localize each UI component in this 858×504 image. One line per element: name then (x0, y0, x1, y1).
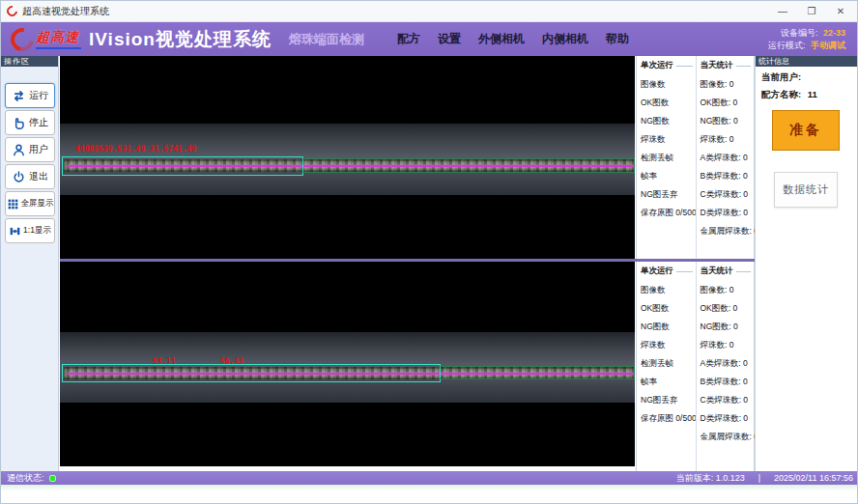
today-stats-title: 当天统计 (701, 60, 755, 71)
today-stat: A类焊珠数: 0 (701, 354, 755, 373)
menu-outer-camera[interactable]: 外侧相机 (478, 31, 525, 47)
today-stat: OK图数: 0 (701, 299, 755, 318)
main-menu: 配方 设置 外侧相机 内侧相机 帮助 (397, 31, 629, 47)
camera1-contour-outline (301, 158, 635, 173)
today-stat: B类焊珠数: 0 (701, 373, 755, 391)
single-run-column: 单次运行 图像数OK图数NG图数焊珠数检测丢帧帧率NG图丢弃保存原图 0/500 (637, 262, 696, 471)
camera2-measurement-text-2: 56.43 (220, 357, 243, 366)
brand-name: 超高速 (36, 29, 81, 49)
stats-section-outer: 单次运行 图像数OK图数NG图数焊珠数检测丢帧帧率NG图丢弃保存原图 0/500… (636, 56, 755, 259)
today-stat: 图像数: 0 (701, 281, 755, 299)
fullscreen-button-label: 全屏显示 (21, 198, 54, 210)
power-icon (12, 170, 26, 184)
app-header: 超高速 IVision视觉处理系统 熔珠端面检测 配方 设置 外侧相机 内侧相机… (1, 22, 858, 56)
brand-logo: 超高速 (11, 28, 81, 51)
single-run-stat: NG图数 (641, 318, 696, 336)
single-run-stat: 图像数 (641, 75, 696, 94)
minimize-icon[interactable]: — (770, 4, 795, 19)
comm-status-label: 通信状态: (7, 472, 44, 485)
version-value: 1.0.123 (716, 473, 745, 483)
menu-settings[interactable]: 设置 (438, 31, 461, 47)
brand-swoosh-icon (6, 23, 38, 55)
stats-section-inner: 单次运行 图像数OK图数NG图数焊珠数检测丢帧帧率NG图丢弃保存原图 0/500… (636, 262, 755, 471)
today-stat: 金属屑焊珠数: 0 (701, 222, 755, 240)
today-stats-column: 当天统计 图像数: 0OK图数: 0NG图数: 0焊珠数: 0A类焊珠数: 0B… (696, 262, 755, 471)
single-run-stat: 检测丢帧 (641, 354, 696, 373)
hand-stop-icon (12, 116, 26, 130)
close-icon[interactable]: ✕ (828, 4, 853, 19)
camera-view-inner[interactable]: 53.11 56.43 (60, 262, 635, 466)
today-stat: 金属屑焊珠数: 0 (701, 428, 755, 446)
single-run-stat: 焊珠数 (641, 336, 696, 354)
app-logo-icon (5, 4, 19, 18)
today-stats-column: 当天统计 图像数: 0OK图数: 0NG图数: 0焊珠数: 0A类焊珠数: 0B… (696, 56, 755, 259)
comm-status-led-icon (49, 475, 56, 482)
today-stat: D类焊珠数: 0 (701, 409, 755, 428)
info-panel-title: 统计信息 (756, 56, 858, 67)
today-stat: NG图数: 0 (701, 318, 755, 336)
device-id-label: 设备编号: (781, 28, 818, 38)
single-run-stat: 焊珠数 (641, 130, 696, 149)
today-stat: B类焊珠数: 0 (701, 167, 755, 185)
today-stat: NG图数: 0 (701, 112, 755, 130)
operation-sidebar: 操作区 运行 停止 用户 (1, 56, 59, 471)
camera1-measurement-text: 44988539.531.49 31.5741.49 (75, 145, 196, 154)
fullscreen-grid-icon (7, 198, 19, 210)
current-user-label: 当前用户: (761, 71, 801, 82)
desktop-margin (1, 485, 858, 504)
camera1-roi-box (62, 156, 303, 176)
run-mode-value: 手动调试 (811, 41, 845, 50)
device-id-value: 22-33 (823, 28, 845, 38)
run-icon (12, 89, 26, 103)
one-to-one-button-label: 1:1显示 (23, 225, 51, 237)
recipe-name-value: 11 (808, 89, 817, 99)
one-to-one-button[interactable]: 1:1显示 (5, 218, 55, 243)
single-run-stat: 检测丢帧 (641, 149, 696, 167)
user-button[interactable]: 用户 (5, 137, 55, 162)
run-button-label: 运行 (29, 89, 48, 102)
camera2-contour-outline (439, 366, 635, 379)
single-run-stat: 帧率 (641, 167, 696, 185)
version-label: 当前版本: (676, 473, 714, 483)
today-stat: 焊珠数: 0 (701, 130, 755, 149)
run-mode-label: 运行模式: (768, 41, 806, 50)
os-titlebar: 超高速视觉处理系统 — ❐ ✕ (1, 1, 858, 22)
stop-button[interactable]: 停止 (5, 110, 55, 135)
exit-button-label: 退出 (29, 170, 48, 183)
menu-help[interactable]: 帮助 (606, 31, 629, 47)
menu-recipe[interactable]: 配方 (397, 31, 420, 47)
single-run-stat: OK图数 (641, 94, 696, 112)
menu-inner-camera[interactable]: 内侧相机 (542, 31, 588, 47)
camera2-measurement-text-1: 53.11 (153, 357, 176, 366)
today-stat: C类焊珠数: 0 (701, 391, 755, 409)
today-stat: C类焊珠数: 0 (701, 185, 755, 204)
camera-view-outer[interactable]: 44988539.531.49 31.5741.49 (60, 56, 635, 259)
data-statistics-button[interactable]: 数据统计 (774, 172, 838, 208)
sidebar-title: 操作区 (1, 56, 58, 67)
prepare-button[interactable]: 准备 (772, 110, 840, 151)
status-bar: 通信状态: 当前版本: 1.0.123 | 2025/02/11 16:57:5… (1, 471, 858, 485)
single-run-stat: 保存原图 0/500 (641, 204, 696, 222)
status-separator: | (758, 473, 760, 483)
stop-button-label: 停止 (29, 116, 48, 129)
today-stat: D类焊珠数: 0 (701, 204, 755, 222)
today-stat: A类焊珠数: 0 (701, 149, 755, 167)
single-run-stat: OK图数 (641, 299, 696, 318)
app-window: 超高速视觉处理系统 — ❐ ✕ 超高速 IVision视觉处理系统 熔珠端面检测… (0, 0, 858, 504)
exit-button[interactable]: 退出 (5, 164, 55, 189)
today-stat: 图像数: 0 (701, 75, 755, 94)
fullscreen-button[interactable]: 全屏显示 (5, 191, 55, 216)
today-stats-title: 当天统计 (701, 266, 755, 277)
single-run-column: 单次运行 图像数OK图数NG图数焊珠数检测丢帧帧率NG图丢弃保存原图 0/500 (637, 56, 696, 259)
recipe-name-label: 配方名称: (761, 89, 801, 99)
single-run-stat: NG图丢弃 (641, 185, 696, 204)
user-button-label: 用户 (29, 143, 48, 156)
single-run-stat: 保存原图 0/500 (641, 409, 696, 428)
single-run-stat: 图像数 (641, 281, 696, 299)
statistics-info-panel: 统计信息 当前用户: 配方名称: 11 准备 数据统计 (755, 56, 858, 471)
camera2-roi-box (62, 364, 441, 382)
today-stat: OK图数: 0 (701, 94, 755, 112)
maximize-icon[interactable]: ❐ (799, 4, 824, 19)
page-title: IVision视觉处理系统 (89, 27, 272, 52)
run-button[interactable]: 运行 (5, 83, 55, 108)
